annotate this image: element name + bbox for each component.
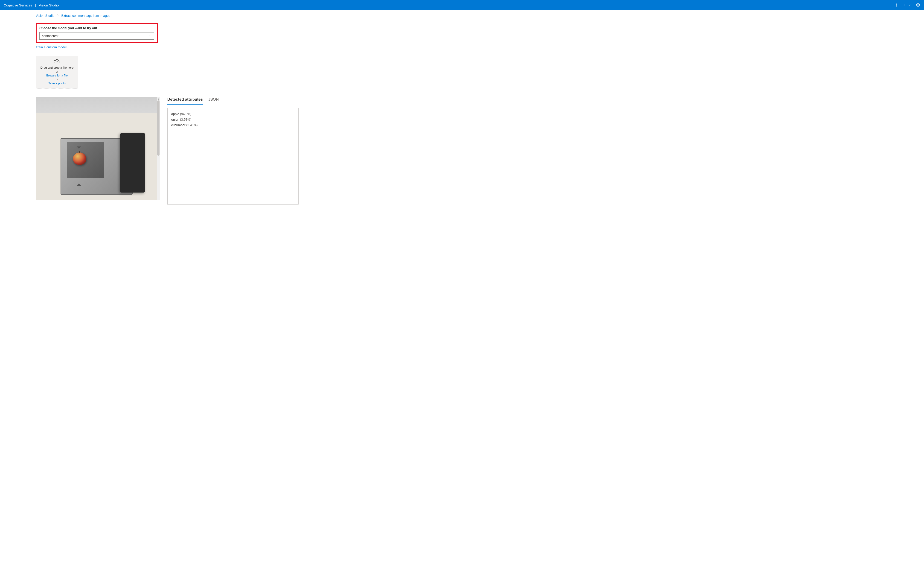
header-actions <box>894 3 920 8</box>
result-confidence: (3.58%) <box>180 118 191 121</box>
feedback-icon[interactable] <box>916 3 920 8</box>
results-box: apple (94.0%) onion (3.58%) cucumber (2.… <box>167 108 299 204</box>
main-content: Vision Studio Extract common tags from i… <box>0 10 924 204</box>
result-item: onion (3.58%) <box>171 118 295 121</box>
result-label: onion <box>171 118 179 121</box>
analysis-area: ▲ Detected attributes JSON apple (94.0%)… <box>36 97 924 204</box>
file-dropzone[interactable]: Drag and drop a file here or Browse for … <box>36 56 78 89</box>
uploaded-image <box>36 97 160 200</box>
model-selected-value: contosotest <box>42 34 58 38</box>
result-confidence: (2.41%) <box>186 123 197 127</box>
scroll-up-arrow-icon[interactable]: ▲ <box>157 97 160 100</box>
scrollbar-track[interactable]: ▲ <box>157 97 160 200</box>
chevron-down-icon <box>149 35 151 37</box>
tab-json[interactable]: JSON <box>208 97 219 104</box>
chevron-down-icon <box>907 3 912 8</box>
model-selector-label: Choose the model you want to try out <box>40 26 154 30</box>
results-tabs: Detected attributes JSON <box>167 97 299 104</box>
tab-detected-attributes[interactable]: Detected attributes <box>167 97 203 104</box>
breadcrumb-root[interactable]: Vision Studio <box>36 14 54 17</box>
dropzone-text-drag: Drag and drop a file here <box>38 66 76 69</box>
app-header: Cognitive Services | Vision Studio <box>0 0 924 10</box>
result-confidence: (94.0%) <box>180 112 191 116</box>
result-label: apple <box>171 112 179 116</box>
scrollbar-thumb[interactable] <box>157 100 160 156</box>
settings-icon[interactable] <box>894 3 899 8</box>
model-select-dropdown[interactable]: contosotest <box>40 32 154 40</box>
result-item: cucumber (2.41%) <box>171 123 295 127</box>
header-title-group: Cognitive Services | Vision Studio <box>4 3 59 7</box>
chevron-right-icon <box>57 14 59 17</box>
take-photo-link[interactable]: Take a photo <box>38 81 76 85</box>
upload-icon <box>38 59 76 64</box>
model-selector-highlight: Choose the model you want to try out con… <box>36 23 158 43</box>
dropzone-text-or1: or <box>38 70 76 73</box>
svg-point-1 <box>904 6 905 6</box>
dropzone-text-or2: or <box>38 78 76 81</box>
header-divider: | <box>35 3 36 7</box>
service-name: Cognitive Services <box>4 3 32 7</box>
results-panel: Detected attributes JSON apple (94.0%) o… <box>167 97 299 204</box>
help-dropdown[interactable] <box>903 3 912 8</box>
result-label: cucumber <box>171 123 185 127</box>
help-icon <box>903 3 907 8</box>
studio-name: Vision Studio <box>39 3 59 7</box>
result-item: apple (94.0%) <box>171 112 295 116</box>
image-preview-panel: ▲ <box>36 97 160 200</box>
svg-point-0 <box>896 5 897 6</box>
breadcrumb: Vision Studio Extract common tags from i… <box>36 14 924 17</box>
train-custom-model-link[interactable]: Train a custom model <box>36 45 67 49</box>
breadcrumb-current[interactable]: Extract common tags from images <box>61 14 110 17</box>
svg-point-2 <box>916 3 919 7</box>
browse-file-link[interactable]: Browse for a file <box>38 74 76 77</box>
